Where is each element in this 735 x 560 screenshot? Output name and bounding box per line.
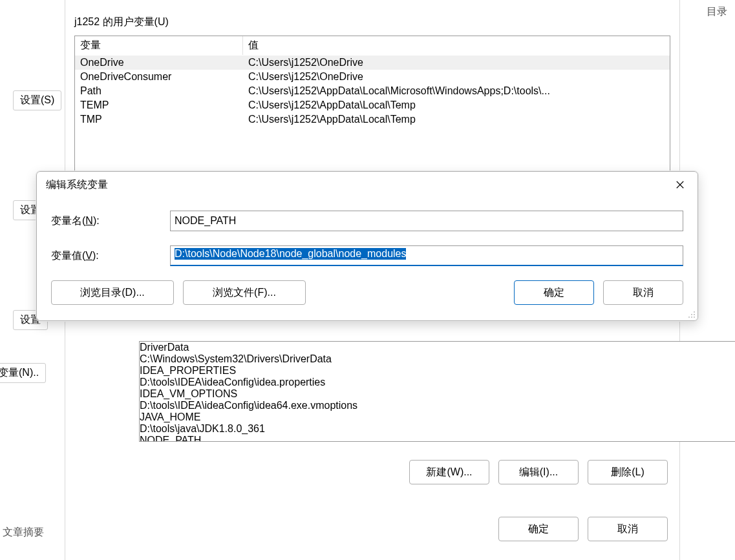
var-value-cell: D:\tools\java\JDK1.8.0_361	[140, 423, 735, 435]
var-value-cell: D:\tools\IDEA\ideaConfig\idea64.exe.vmop…	[140, 400, 735, 411]
partial-button-env-vars: 境变量(N)..	[0, 363, 46, 383]
browse-directory-button[interactable]: 浏览目录(D)...	[51, 280, 174, 305]
system-vars-button-row: 新建(W)... 编辑(I)... 删除(L)	[409, 460, 668, 484]
table-row[interactable]: OneDriveC:\Users\j1252\OneDrive	[75, 56, 670, 70]
header-value[interactable]: 值	[243, 36, 670, 55]
toc-label: 目录	[707, 5, 727, 19]
variable-name-label: 变量名(N):	[51, 214, 158, 228]
edit-system-variable-dialog: 编辑系统变量 变量名(N): 变量值(V): D:\tools\Node\Nod…	[36, 171, 698, 321]
var-name-cell: IDEA_VM_OPTIONS	[140, 388, 735, 400]
var-name-cell: OneDriveConsumer	[75, 70, 243, 84]
table-row[interactable]: TMPC:\Users\j1252\AppData\Local\Temp	[75, 112, 670, 127]
cancel-button[interactable]: 取消	[588, 517, 668, 541]
table-row[interactable]: TEMPC:\Users\j1252\AppData\Local\Temp	[75, 98, 670, 112]
var-name-cell: Path	[75, 84, 243, 98]
var-name-cell: TEMP	[75, 98, 243, 112]
table-row[interactable]: JAVA_HOMED:\tools\java\JDK1.8.0_361	[140, 411, 735, 435]
delete-button[interactable]: 删除(L)	[588, 460, 668, 484]
partial-button-settings-1: 设置(S)	[13, 90, 61, 110]
table-header: 变量 值	[75, 36, 670, 56]
var-value-cell: D:\tools\IDEA\ideaConfig\idea.properties	[140, 377, 735, 388]
table-row[interactable]: DriverDataC:\Windows\System32\Drivers\Dr…	[140, 342, 735, 365]
edit-button[interactable]: 编辑(I)...	[498, 460, 579, 484]
dialog-title: 编辑系统变量	[46, 178, 108, 192]
svg-point-2	[694, 311, 695, 313]
variable-name-input[interactable]	[170, 211, 683, 231]
var-name-cell: JAVA_HOME	[140, 411, 735, 423]
var-value-cell: C:\Windows\System32\Drivers\DriverData	[140, 353, 735, 365]
var-name-cell: DriverData	[140, 342, 735, 353]
user-vars-table[interactable]: 变量 值 OneDriveC:\Users\j1252\OneDriveOneD…	[74, 36, 670, 181]
new-button[interactable]: 新建(W)...	[409, 460, 489, 484]
header-name[interactable]: 变量	[75, 36, 243, 55]
user-vars-section-title: j1252 的用户变量(U)	[74, 16, 679, 29]
system-vars-table[interactable]: DriverDataC:\Windows\System32\Drivers\Dr…	[139, 341, 735, 442]
dialog-ok-button[interactable]: 确定	[514, 280, 594, 305]
var-value-cell: C:\Users\j1252\AppData\Local\Microsoft\W…	[243, 84, 670, 98]
var-name-cell: OneDrive	[75, 56, 243, 70]
var-value-cell: C:\Users\j1252\AppData\Local\Temp	[243, 112, 670, 127]
table-row[interactable]: NODE_PATHD:\tools\Node\Node18\node_globa…	[140, 435, 735, 442]
var-name-cell: TMP	[75, 112, 243, 127]
var-value-cell: C:\Users\j1252\OneDrive	[243, 56, 670, 70]
var-value-cell: C:\Users\j1252\AppData\Local\Temp	[243, 98, 670, 112]
ok-button[interactable]: 确定	[498, 517, 579, 541]
main-button-row: 确定 取消	[498, 517, 668, 541]
article-abstract-label: 文章摘要	[3, 526, 44, 539]
svg-point-3	[694, 314, 695, 315]
svg-point-4	[691, 314, 692, 315]
var-value-cell: C:\Users\j1252\OneDrive	[243, 70, 670, 84]
close-icon[interactable]	[668, 176, 692, 194]
table-row[interactable]: OneDriveConsumerC:\Users\j1252\OneDrive	[75, 70, 670, 84]
variable-value-label: 变量值(V):	[51, 249, 158, 263]
dialog-button-row: 浏览目录(D)... 浏览文件(F)... 确定 取消	[51, 280, 683, 305]
table-row[interactable]: PathC:\Users\j1252\AppData\Local\Microso…	[75, 84, 670, 98]
dialog-titlebar: 编辑系统变量	[37, 172, 698, 198]
variable-value-input[interactable]	[170, 245, 683, 266]
resize-grip-icon[interactable]	[687, 309, 696, 318]
table-row[interactable]: IDEA_VM_OPTIONSD:\tools\IDEA\ideaConfig\…	[140, 388, 735, 411]
svg-point-7	[688, 316, 690, 318]
dialog-cancel-button[interactable]: 取消	[603, 280, 683, 305]
browse-file-button[interactable]: 浏览文件(F)...	[183, 280, 306, 305]
table-row[interactable]: IDEA_PROPERTIESD:\tools\IDEA\ideaConfig\…	[140, 365, 735, 388]
svg-point-6	[691, 316, 692, 318]
var-name-cell: IDEA_PROPERTIES	[140, 365, 735, 377]
variable-name-row: 变量名(N):	[51, 211, 683, 231]
variable-value-row: 变量值(V): D:\tools\Node\Node18\node_global…	[51, 245, 683, 266]
var-name-cell: NODE_PATH	[140, 435, 735, 442]
svg-point-5	[694, 316, 695, 318]
